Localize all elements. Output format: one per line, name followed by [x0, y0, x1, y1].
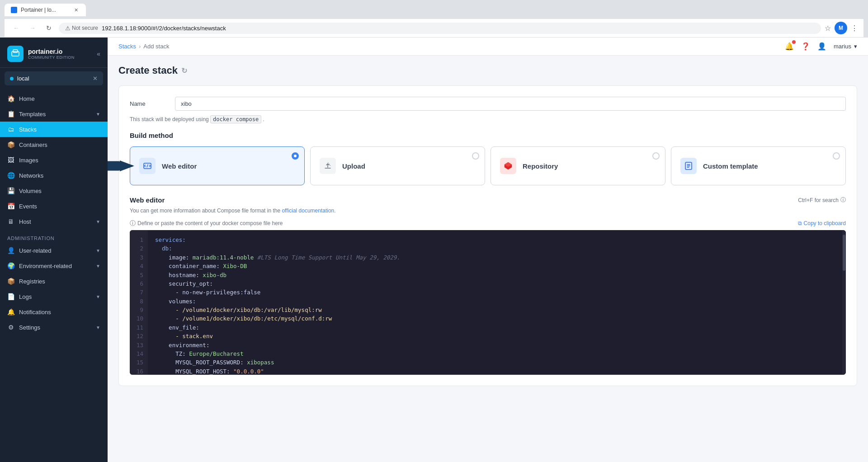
sidebar-item-volumes[interactable]: 💾 Volumes	[0, 183, 108, 198]
top-bar: Stacks › Add stack 🔔 ❓ 👤 marius ▾	[108, 38, 868, 56]
bookmark-button[interactable]: ☆	[825, 24, 831, 33]
copy-icon: ⧉	[798, 220, 802, 226]
web-editor-label: Web editor	[162, 162, 197, 170]
method-card-web-editor[interactable]: Web editor	[130, 146, 305, 185]
extensions-button[interactable]: ⋮	[851, 24, 858, 33]
method-card-custom-template[interactable]: Custom template	[671, 146, 846, 185]
sidebar-item-settings-label: Settings	[19, 324, 40, 331]
logo-edition: COMMUNITY EDITION	[28, 55, 75, 60]
sidebar-item-templates[interactable]: 📋 Templates ▼	[0, 106, 108, 122]
copy-to-clipboard-button[interactable]: ⧉ Copy to clipboard	[798, 220, 846, 226]
forward-button[interactable]: →	[26, 22, 39, 34]
stack-notice-text: This stack will be deployed using	[130, 116, 209, 123]
page-title-text: Create stack	[118, 65, 178, 76]
breadcrumb-stacks-link[interactable]: Stacks	[118, 43, 136, 50]
sidebar-item-registries[interactable]: 📦 Registries	[0, 273, 108, 289]
svg-marker-3	[108, 161, 130, 170]
web-editor-icon	[139, 158, 156, 174]
sidebar-item-host[interactable]: 🖥 Host ▼	[0, 214, 108, 229]
logo-icon	[7, 46, 24, 62]
custom-template-icon	[680, 158, 697, 174]
stack-deploy-notice: This stack will be deployed using docker…	[130, 116, 846, 123]
editor-notice: You can get more information about Compo…	[130, 207, 846, 214]
sidebar-item-images-label: Images	[19, 157, 38, 164]
refresh-icon[interactable]: ↻	[181, 66, 187, 75]
sidebar-item-containers[interactable]: 📦 Containers	[0, 137, 108, 152]
user-menu[interactable]: marius ▾	[834, 43, 857, 50]
back-button[interactable]: ←	[10, 22, 23, 34]
code-line-12: - stack.env	[155, 332, 839, 340]
official-documentation-link[interactable]: official documentation.	[282, 207, 335, 214]
browser-tabs: Portainer | lo... ✕	[5, 4, 863, 16]
sidebar-item-settings[interactable]: ⚙ Settings ▼	[0, 320, 108, 335]
environment-selector[interactable]: local ✕	[5, 71, 103, 85]
docker-compose-badge: docker compose	[210, 115, 261, 123]
stacks-icon: 🗂	[7, 126, 14, 133]
active-tab[interactable]: Portainer | lo... ✕	[5, 4, 86, 16]
line-numbers: 12345 678910 1112131415 1617181920	[130, 230, 148, 375]
help-button[interactable]: ❓	[801, 42, 810, 51]
web-editor-radio[interactable]	[292, 152, 299, 160]
method-card-repository[interactable]: Repository	[491, 146, 665, 185]
name-label: Name	[130, 100, 166, 107]
page-content: Create stack ↻ Name This stack will be d…	[108, 56, 868, 404]
sidebar-item-volumes-label: Volumes	[19, 188, 42, 194]
sidebar-collapse-button[interactable]: «	[97, 50, 100, 57]
repository-radio[interactable]	[652, 152, 660, 160]
env-close-button[interactable]: ✕	[93, 75, 98, 82]
env-related-arrow-icon: ▼	[96, 264, 100, 269]
sidebar-item-logs[interactable]: 📄 Logs ▼	[0, 289, 108, 304]
sidebar-item-networks[interactable]: 🌐 Networks	[0, 168, 108, 183]
custom-template-radio[interactable]	[833, 152, 840, 160]
sidebar-item-stacks[interactable]: 🗂 Stacks	[0, 122, 108, 137]
upload-icon	[320, 158, 336, 174]
environment-name: local	[17, 75, 29, 82]
breadcrumb: Stacks › Add stack	[118, 43, 169, 50]
code-content[interactable]: services: db: image: mariadb:11.4-noble …	[148, 230, 846, 375]
env-status-dot	[10, 77, 14, 80]
method-card-upload[interactable]: Upload	[310, 146, 485, 185]
name-field-row: Name	[130, 97, 846, 111]
sidebar-item-stacks-label: Stacks	[19, 126, 37, 133]
address-bar[interactable]: ⚠ Not secure 192.168.1.18:9000/#!/2/dock…	[59, 23, 821, 34]
app-layout: portainer.io COMMUNITY EDITION « local ✕…	[0, 38, 868, 462]
logo-name: portainer.io	[28, 48, 75, 56]
scrollbar-thumb[interactable]	[843, 235, 845, 271]
sidebar-item-events-label: Events	[19, 203, 37, 210]
stack-notice-period: .	[263, 116, 264, 123]
sidebar-item-environment-related[interactable]: 🌍 Environment-related ▼	[0, 258, 108, 273]
reload-button[interactable]: ↻	[42, 22, 55, 34]
tab-favicon	[11, 7, 17, 13]
profile-button[interactable]: M	[835, 22, 847, 34]
tab-close-button[interactable]: ✕	[72, 6, 80, 14]
define-hint-icon: ⓘ	[130, 219, 136, 227]
name-input[interactable]	[175, 97, 846, 111]
sidebar-item-events[interactable]: 📅 Events	[0, 198, 108, 214]
browser-toolbar: ← → ↻ ⚠ Not secure 192.168.1.18:9000/#!/…	[5, 19, 863, 38]
sidebar-item-images[interactable]: 🖼 Images	[0, 152, 108, 168]
main-content: Stacks › Add stack 🔔 ❓ 👤 marius ▾ Cre	[108, 38, 868, 462]
sidebar-item-user-related[interactable]: 👤 User-related ▼	[0, 243, 108, 258]
code-line-9: - /volume1/docker/xibo/db:/var/lib/mysql…	[155, 306, 839, 314]
code-line-11: env_file:	[155, 323, 839, 332]
templates-arrow-icon: ▼	[96, 112, 100, 117]
sidebar-item-networks-label: Networks	[19, 172, 43, 179]
scrollbar-track	[842, 230, 846, 375]
profile-initial: M	[839, 25, 843, 31]
images-icon: 🖼	[7, 156, 14, 164]
code-editor[interactable]: 12345 678910 1112131415 1617181920 servi…	[130, 230, 846, 375]
username-label: marius	[834, 43, 851, 50]
code-line-16: MYSQL_ROOT_HOST: "0.0.0.0"	[155, 367, 839, 375]
templates-icon: 📋	[7, 110, 14, 118]
name-section: Name This stack will be deployed using d…	[118, 85, 857, 386]
user-profile-button[interactable]: 👤	[817, 42, 826, 51]
notifications-bell-button[interactable]: 🔔	[785, 42, 794, 51]
code-line-14: TZ: Europe/Bucharest	[155, 349, 839, 358]
sidebar: portainer.io COMMUNITY EDITION « local ✕…	[0, 38, 108, 462]
sidebar-item-home[interactable]: 🏠 Home	[0, 91, 108, 106]
top-bar-actions: 🔔 ❓ 👤 marius ▾	[785, 42, 857, 51]
sidebar-item-notifications[interactable]: 🔔 Notifications	[0, 304, 108, 320]
code-line-7: - no-new-privileges:false	[155, 288, 839, 297]
editor-actions: ⓘ Define or paste the content of your do…	[130, 219, 846, 227]
upload-radio[interactable]	[472, 152, 479, 160]
